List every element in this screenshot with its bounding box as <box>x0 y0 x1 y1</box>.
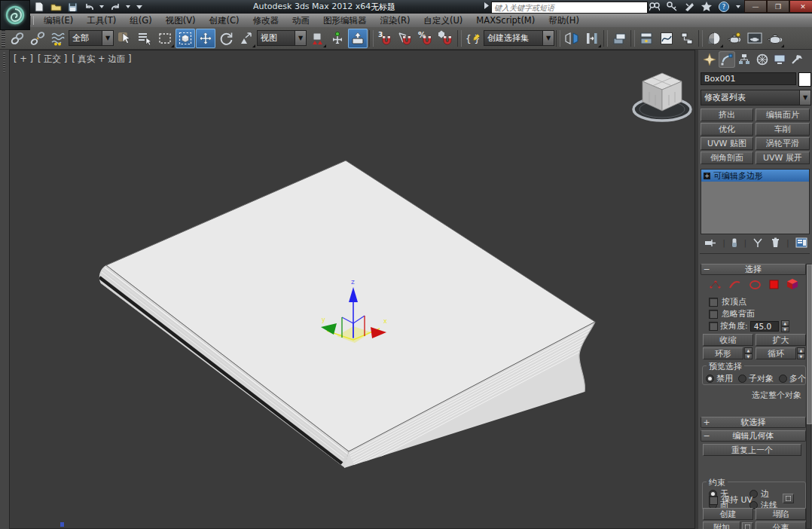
loop-button[interactable]: 循环 <box>756 347 796 359</box>
application-menu-button[interactable] <box>0 0 30 30</box>
rendered-frame-window-icon[interactable] <box>745 29 765 48</box>
select-and-scale-icon[interactable] <box>237 29 256 48</box>
help-dropdown-icon[interactable] <box>736 5 740 8</box>
menu-group[interactable]: 组(G) <box>123 14 158 27</box>
ring-button[interactable]: 环形 <box>703 347 743 359</box>
ring-spinner[interactable]: ▲▼ <box>744 347 752 359</box>
mirror-icon[interactable] <box>562 29 582 48</box>
pin-stack-icon[interactable] <box>704 238 716 248</box>
reference-coordinate-dropdown[interactable]: 视图 ▼ <box>257 30 307 46</box>
modifier-list-dropdown[interactable]: 修改器列表 ▼ <box>701 90 811 105</box>
by-angle-spinner[interactable]: ▲▼ <box>781 320 789 332</box>
align-icon[interactable] <box>582 29 602 48</box>
maximize-button[interactable]: ❐ <box>767 0 789 13</box>
help-icon[interactable]: ? <box>719 2 729 12</box>
tab-display-icon[interactable] <box>771 51 788 68</box>
menu-animation[interactable]: 动画 <box>285 14 316 27</box>
tab-create-icon[interactable] <box>701 51 718 68</box>
create-button[interactable]: 创建 <box>703 508 753 520</box>
menu-maxscript[interactable]: MAXScript(M) <box>469 14 542 26</box>
layer-manager-icon[interactable] <box>609 29 629 48</box>
tab-modify-icon[interactable] <box>719 51 735 68</box>
rollout-selection[interactable]: − 选择 <box>701 264 806 275</box>
favorites-star-icon[interactable] <box>701 2 712 11</box>
by-angle-field[interactable]: 45.0 <box>750 321 779 332</box>
infocenter-expand-icon[interactable] <box>484 2 489 9</box>
use-pivot-point-center-icon[interactable] <box>307 29 327 48</box>
named-selection-sets-dropdown[interactable]: 创建选择集 ▼ <box>484 30 554 46</box>
repeat-last-button[interactable]: 重复上一个 <box>703 444 801 456</box>
select-and-move-icon[interactable] <box>196 29 215 48</box>
modbtn-optimize[interactable]: 优化 <box>701 123 753 136</box>
vertex-subobject-icon[interactable] <box>709 279 722 290</box>
snaps-toggle-3d-icon[interactable]: 3 <box>375 29 395 48</box>
modifier-stack-list[interactable]: + 可编辑多边形 <box>701 169 810 234</box>
search-input[interactable] <box>492 4 647 12</box>
modbtn-bevel-profile[interactable]: 倒角剖面 <box>701 151 753 164</box>
stack-expand-icon[interactable]: + <box>704 173 710 179</box>
object-name-field[interactable]: Box001 <box>701 72 796 85</box>
rollout-soft-selection[interactable]: + 软选择 <box>701 417 806 428</box>
detach-button[interactable]: 分离 <box>756 521 806 529</box>
undo-icon[interactable] <box>83 2 95 12</box>
polygon-subobject-icon[interactable] <box>768 279 780 290</box>
redo-dropdown-icon[interactable] <box>126 2 131 12</box>
menu-graph-editors[interactable]: 图形编辑器 <box>316 14 374 27</box>
menu-edit[interactable]: 编辑(E) <box>37 14 80 27</box>
search-icon[interactable] <box>649 2 660 11</box>
qat-customize-icon[interactable] <box>136 2 142 12</box>
new-file-icon[interactable] <box>33 2 45 12</box>
preserve-uv-checkbox[interactable] <box>709 496 718 505</box>
viewcube[interactable] <box>633 73 691 121</box>
edge-subobject-icon[interactable] <box>728 279 741 290</box>
collapse-button[interactable]: 塌陷 <box>756 508 806 520</box>
open-file-icon[interactable] <box>50 2 62 12</box>
stack-item-editable-poly[interactable]: + 可编辑多边形 <box>701 170 809 182</box>
modbtn-edit-patch[interactable]: 编辑面片 <box>756 109 810 121</box>
menu-help[interactable]: 帮助(H) <box>542 14 586 27</box>
perspective-viewport[interactable]: [ + ] [ 正交 ] [ 真实 + 边面 ] <box>9 50 695 529</box>
select-and-link-icon[interactable] <box>8 29 27 48</box>
selection-filter-dropdown[interactable]: 全部 ▼ <box>69 30 114 46</box>
render-setup-icon[interactable] <box>725 29 744 48</box>
object-color-swatch[interactable] <box>798 72 811 87</box>
configure-modifier-sets-icon[interactable] <box>795 237 807 248</box>
graphite-ribbon-toggle-icon[interactable] <box>636 29 656 48</box>
menu-create[interactable]: 创建(C) <box>202 14 246 27</box>
modbtn-uvw-map[interactable]: UVW 贴图 <box>701 137 753 150</box>
make-unique-icon[interactable] <box>752 238 764 248</box>
preview-subobj-radio[interactable] <box>738 375 746 383</box>
material-editor-icon[interactable] <box>704 29 724 48</box>
preview-disable-radio[interactable] <box>706 375 714 383</box>
preview-multi-radio[interactable] <box>779 375 787 383</box>
viewport-canvas[interactable]: z y x <box>10 50 694 528</box>
show-end-result-icon[interactable] <box>731 237 737 248</box>
loop-spinner[interactable]: ▲▼ <box>797 347 805 359</box>
rectangular-selection-region-icon[interactable] <box>155 29 175 48</box>
close-button[interactable]: ✕ <box>789 0 812 13</box>
tab-motion-icon[interactable] <box>754 51 771 68</box>
panel-scrollbar[interactable] <box>806 264 811 529</box>
menu-customize[interactable]: 自定义(U) <box>417 14 469 27</box>
angle-snap-toggle-icon[interactable] <box>395 29 415 48</box>
spinner-snap-toggle-icon[interactable] <box>436 29 456 48</box>
grow-button[interactable]: 扩大 <box>756 334 806 346</box>
tab-hierarchy-icon[interactable] <box>736 51 752 68</box>
minimize-button[interactable]: — <box>744 0 767 13</box>
unlink-icon[interactable] <box>28 29 47 48</box>
ignore-backfacing-checkbox[interactable] <box>709 310 718 319</box>
window-crossing-toggle-icon[interactable] <box>176 29 195 48</box>
edit-named-selection-sets-icon[interactable]: { } <box>463 29 483 48</box>
modbtn-extrude[interactable]: 挤出 <box>701 109 753 121</box>
rollout-edit-geometry[interactable]: − 编辑几何体 <box>701 430 806 442</box>
shrink-button[interactable]: 收缩 <box>703 334 753 346</box>
bind-to-spacewarp-icon[interactable] <box>48 29 68 48</box>
menu-tools[interactable]: 工具(T) <box>80 14 123 27</box>
select-and-rotate-icon[interactable] <box>216 29 236 48</box>
select-object-icon[interactable] <box>114 29 134 48</box>
modbtn-turbosmooth[interactable]: 涡轮平滑 <box>756 137 810 150</box>
modbtn-lathe[interactable]: 车削 <box>756 123 810 136</box>
menu-rendering[interactable]: 渲染(R) <box>374 14 417 27</box>
scene-object-book[interactable] <box>97 161 603 469</box>
satellite-icon[interactable] <box>684 2 694 11</box>
